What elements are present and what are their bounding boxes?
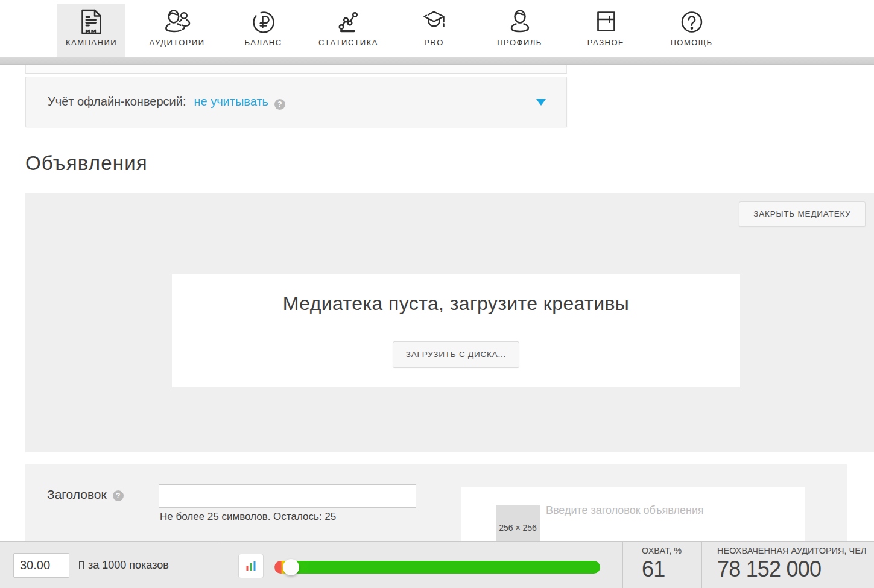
- nav-item-label: ПРОФИЛЬ: [486, 38, 554, 47]
- nav-item-label: СТАТИСТИКА: [314, 38, 382, 47]
- nav-item-help[interactable]: ПОМОЩЬ: [657, 4, 726, 57]
- pro-icon: [420, 8, 448, 36]
- nav-item-label: ПОМОЩЬ: [657, 38, 726, 47]
- price-input[interactable]: [13, 553, 69, 578]
- previous-card-edge: [25, 65, 567, 74]
- profile-icon: [506, 8, 534, 36]
- top-navigation: КАМПАНИИ АУДИТОРИИ БАЛАНС: [0, 0, 874, 57]
- price-slider-handle[interactable]: [283, 559, 299, 575]
- nav-item-misc[interactable]: РАЗНОЕ: [572, 4, 640, 57]
- help-icon: [678, 8, 706, 36]
- upload-from-disk-button[interactable]: ЗАГРУЗИТЬ С ДИСКА...: [393, 341, 519, 368]
- price-chart-button[interactable]: [238, 554, 264, 578]
- balance-icon: [250, 8, 277, 36]
- price-unit-label: за 1000 показов: [88, 559, 169, 571]
- reach-stat: ОХВАТ, % 61: [642, 542, 682, 588]
- ad-headline-placeholder: Введите заголовок объявления: [546, 504, 704, 517]
- price-bar: за 1000 показов ОХВАТ, % 61 НЕОХВАЧЕННАЯ…: [0, 541, 874, 588]
- statistics-icon: [335, 8, 363, 36]
- nav-item-label: БАЛАНС: [229, 38, 297, 47]
- offline-conversions-label: Учёт офлайн-конверсий:: [48, 95, 186, 108]
- nav-item-label: АУДИТОРИИ: [143, 38, 211, 47]
- divider: [220, 542, 220, 588]
- nav-item-label: РАЗНОЕ: [572, 38, 640, 47]
- ads-section-title: Объявления: [25, 152, 148, 175]
- ruble-sign-tofu-icon: [79, 561, 84, 569]
- nav-item-profile[interactable]: ПРОФИЛЬ: [486, 4, 554, 57]
- unreached-audience-label: НЕОХВАЧЕННАЯ АУДИТОРИЯ, ЧЕЛ: [717, 546, 866, 555]
- offline-conversions-panel[interactable]: Учёт офлайн-конверсий:не учитывать?: [25, 77, 567, 127]
- media-library-empty-box: Медиатека пуста, загрузите креативы ЗАГР…: [172, 274, 740, 387]
- bar-chart-icon: [244, 560, 258, 573]
- nav-item-balance[interactable]: БАЛАНС: [229, 4, 297, 57]
- nav-bottom-divider: [0, 57, 874, 65]
- nav-item-campaigns[interactable]: КАМПАНИИ: [57, 4, 125, 57]
- media-library-empty-message: Медиатека пуста, загрузите креативы: [172, 292, 740, 315]
- reach-value: 61: [642, 557, 682, 582]
- nav-item-statistics[interactable]: СТАТИСТИКА: [314, 4, 382, 57]
- unreached-audience-stat: НЕОХВАЧЕННАЯ АУДИТОРИЯ, ЧЕЛ 78 152 000: [717, 542, 866, 588]
- unreached-audience-value: 78 152 000: [717, 557, 866, 582]
- price-slider-track[interactable]: [274, 561, 600, 574]
- help-circle-icon[interactable]: ?: [274, 99, 285, 110]
- offline-conversions-value-link[interactable]: не учитывать: [194, 95, 268, 108]
- divider: [622, 542, 623, 588]
- media-library-panel: ЗАКРЫТЬ МЕДИАТЕКУ Медиатека пуста, загру…: [25, 193, 874, 452]
- help-circle-icon[interactable]: ?: [113, 490, 124, 501]
- reach-label: ОХВАТ, %: [642, 546, 682, 555]
- campaigns-icon: [78, 8, 106, 36]
- headline-input[interactable]: [159, 484, 416, 508]
- misc-icon: [592, 8, 620, 36]
- nav-item-pro[interactable]: PRO: [400, 4, 468, 57]
- divider: [701, 542, 702, 588]
- close-media-library-button[interactable]: ЗАКРЫТЬ МЕДИАТЕКУ: [739, 201, 866, 227]
- nav-item-audiences[interactable]: АУДИТОРИИ: [143, 4, 211, 57]
- page: КАМПАНИИ АУДИТОРИИ БАЛАНС: [0, 0, 874, 588]
- nav-item-label: PRO: [400, 38, 468, 47]
- headline-field-label: Заголовок: [47, 487, 107, 501]
- headline-char-counter: Не более 25 символов. Осталось: 25: [160, 511, 336, 523]
- chevron-down-icon[interactable]: [536, 99, 546, 106]
- audiences-icon: [163, 8, 191, 36]
- nav-item-label: КАМПАНИИ: [57, 38, 125, 47]
